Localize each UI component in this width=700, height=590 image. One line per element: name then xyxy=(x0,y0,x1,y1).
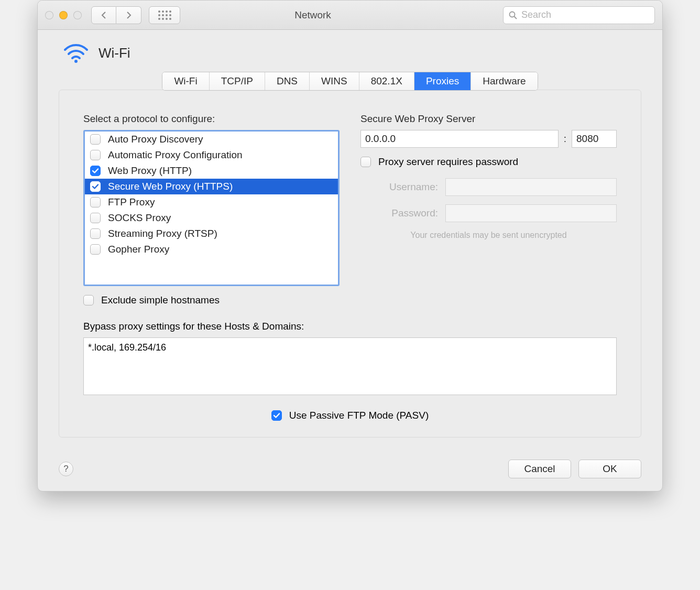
proxy-port-input[interactable] xyxy=(572,130,617,148)
search-input[interactable] xyxy=(521,9,649,20)
password-label: Password: xyxy=(360,207,438,219)
username-label: Username: xyxy=(360,181,438,193)
tab-hardware[interactable]: Hardware xyxy=(471,72,537,90)
protocol-item[interactable]: Gopher Proxy xyxy=(85,242,338,257)
requires-password-row[interactable]: Proxy server requires password xyxy=(360,156,617,168)
window-title: Network xyxy=(123,9,503,21)
close-window-button[interactable] xyxy=(45,11,53,19)
exclude-simple-row[interactable]: Exclude simple hostnames xyxy=(83,294,340,306)
ok-button[interactable]: OK xyxy=(578,460,641,478)
protocol-item[interactable]: FTP Proxy xyxy=(85,194,338,210)
tab-tcp-ip[interactable]: TCP/IP xyxy=(210,72,265,90)
protocol-checkbox[interactable] xyxy=(90,228,101,239)
svg-point-0 xyxy=(510,12,515,17)
protocol-label: FTP Proxy xyxy=(108,196,155,208)
tabs: Wi-FiTCP/IPDNSWINS802.1XProxiesHardware xyxy=(59,72,641,91)
protocol-item[interactable]: Secure Web Proxy (HTTPS) xyxy=(85,179,338,194)
tab-wi-fi[interactable]: Wi-Fi xyxy=(162,72,209,90)
back-button[interactable] xyxy=(91,6,116,24)
page-title: Wi-Fi xyxy=(99,45,130,61)
pasv-checkbox[interactable] xyxy=(271,410,282,421)
protocol-heading: Select a protocol to configure: xyxy=(83,113,340,125)
svg-line-1 xyxy=(515,16,517,19)
content: Wi-Fi Wi-FiTCP/IPDNSWINS802.1XProxiesHar… xyxy=(38,30,662,451)
exclude-simple-checkbox[interactable] xyxy=(83,295,94,305)
protocol-item[interactable]: Streaming Proxy (RTSP) xyxy=(85,226,338,242)
bypass-label: Bypass proxy settings for these Hosts & … xyxy=(83,321,617,332)
protocol-checkbox[interactable] xyxy=(90,134,101,145)
exclude-simple-label: Exclude simple hostnames xyxy=(101,294,220,306)
protocol-label: SOCKS Proxy xyxy=(108,212,171,224)
preferences-window: Network Wi-Fi Wi-FiTCP/IPDNSWINS802.1XPr… xyxy=(37,0,663,491)
tab-dns[interactable]: DNS xyxy=(265,72,310,90)
bypass-textarea[interactable] xyxy=(83,337,617,395)
protocol-item[interactable]: SOCKS Proxy xyxy=(85,210,338,226)
protocol-checkbox[interactable] xyxy=(90,166,101,176)
protocol-checkbox[interactable] xyxy=(90,181,101,192)
protocol-label: Streaming Proxy (RTSP) xyxy=(108,228,217,239)
minimize-window-button[interactable] xyxy=(59,11,68,19)
pasv-row[interactable]: Use Passive FTP Mode (PASV) xyxy=(83,410,617,421)
protocol-checkbox[interactable] xyxy=(90,197,101,207)
username-input[interactable] xyxy=(445,178,617,196)
page-header: Wi-Fi xyxy=(59,42,641,63)
protocol-checkbox[interactable] xyxy=(90,213,101,223)
server-heading: Secure Web Proxy Server xyxy=(360,113,617,125)
search-icon xyxy=(509,11,517,19)
protocol-label: Gopher Proxy xyxy=(108,244,169,255)
protocol-checkbox[interactable] xyxy=(90,150,101,160)
pasv-label: Use Passive FTP Mode (PASV) xyxy=(289,410,429,421)
protocol-item[interactable]: Automatic Proxy Configuration xyxy=(85,147,338,163)
tab-wins[interactable]: WINS xyxy=(310,72,359,90)
cancel-button[interactable]: Cancel xyxy=(508,460,571,478)
protocol-checkbox[interactable] xyxy=(90,244,101,255)
protocol-label: Web Proxy (HTTP) xyxy=(108,165,192,177)
help-button[interactable]: ? xyxy=(59,462,73,476)
footer: ? Cancel OK xyxy=(38,451,662,491)
protocol-item[interactable]: Auto Proxy Discovery xyxy=(85,132,338,147)
credentials-warning: Your credentials may be sent unencrypted xyxy=(360,231,617,240)
svg-point-2 xyxy=(74,60,78,63)
protocol-listbox[interactable]: Auto Proxy DiscoveryAutomatic Proxy Conf… xyxy=(83,130,340,286)
password-input[interactable] xyxy=(445,204,617,222)
window-controls xyxy=(45,11,82,19)
protocol-label: Auto Proxy Discovery xyxy=(108,134,203,145)
titlebar: Network xyxy=(38,1,662,30)
protocol-item[interactable]: Web Proxy (HTTP) xyxy=(85,163,338,179)
requires-password-label: Proxy server requires password xyxy=(378,156,518,168)
tab-802-1x[interactable]: 802.1X xyxy=(359,72,414,90)
tab-proxies[interactable]: Proxies xyxy=(414,72,471,90)
search-field[interactable] xyxy=(503,6,655,24)
zoom-window-button[interactable] xyxy=(73,11,82,19)
protocol-label: Automatic Proxy Configuration xyxy=(108,149,243,161)
host-port-separator: : xyxy=(564,133,566,145)
proxy-host-input[interactable] xyxy=(360,130,559,148)
proxies-panel: Select a protocol to configure: Auto Pro… xyxy=(59,90,641,438)
wifi-icon xyxy=(63,42,89,63)
requires-password-checkbox[interactable] xyxy=(360,157,371,167)
protocol-label: Secure Web Proxy (HTTPS) xyxy=(108,181,233,192)
